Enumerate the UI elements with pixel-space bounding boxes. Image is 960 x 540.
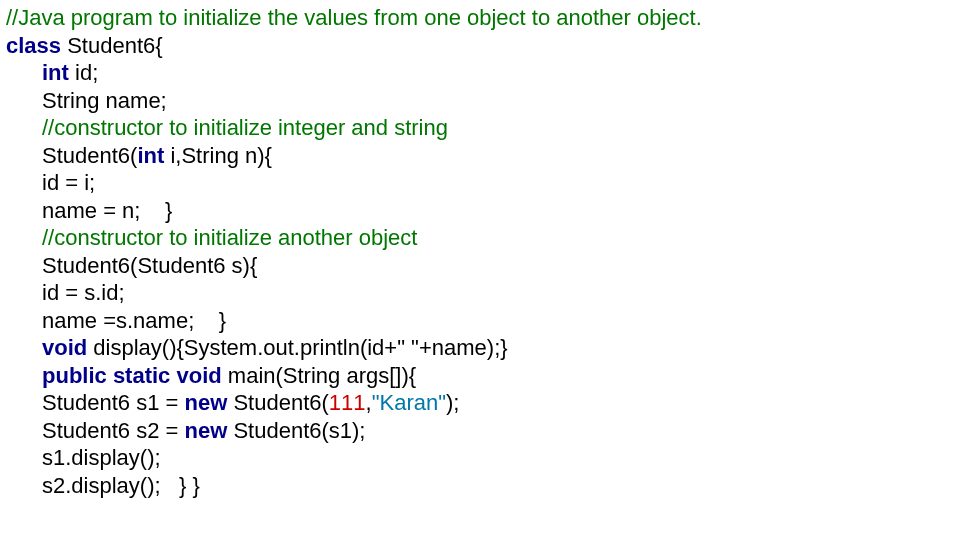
code-text: id = s.id;: [42, 280, 125, 305]
keyword-int: int: [137, 143, 164, 168]
keyword-void: void: [42, 335, 87, 360]
code-text: name = n; }: [42, 198, 172, 223]
code-text: Student6(s1);: [227, 418, 365, 443]
code-line-10: Student6(Student6 s){: [6, 252, 954, 280]
number-literal: 111: [329, 390, 366, 415]
code-line-12: name =s.name; }: [6, 307, 954, 335]
code-line-8: name = n; }: [6, 197, 954, 225]
code-text: String name;: [42, 88, 167, 113]
code-line-6: Student6(int i,String n){: [6, 142, 954, 170]
code-line-5: //constructor to initialize integer and …: [6, 114, 954, 142]
keyword-int: int: [42, 60, 69, 85]
code-line-17: s1.display();: [6, 444, 954, 472]
code-line-7: id = i;: [6, 169, 954, 197]
code-line-9: //constructor to initialize another obje…: [6, 224, 954, 252]
keyword-class: class: [6, 33, 61, 58]
code-block: //Java program to initialize the values …: [0, 0, 960, 503]
code-text: Student6{: [61, 33, 163, 58]
code-text: Student6 s2 =: [42, 418, 185, 443]
code-text: Student6(: [227, 390, 329, 415]
code-line-16: Student6 s2 = new Student6(s1);: [6, 417, 954, 445]
code-line-3: int id;: [6, 59, 954, 87]
code-line-11: id = s.id;: [6, 279, 954, 307]
comment-text: //constructor to initialize another obje…: [42, 225, 417, 250]
code-line-4: String name;: [6, 87, 954, 115]
keyword-new: new: [185, 418, 228, 443]
code-line-1: //Java program to initialize the values …: [6, 4, 954, 32]
comment-text: //Java program to initialize the values …: [6, 5, 702, 30]
code-text: s1.display();: [42, 445, 161, 470]
code-text: Student6 s1 =: [42, 390, 185, 415]
code-text: id = i;: [42, 170, 95, 195]
code-text: name =s.name; }: [42, 308, 226, 333]
keyword-public-static-void: public static void: [42, 363, 222, 388]
keyword-new: new: [185, 390, 228, 415]
code-line-13: void display(){System.out.println(id+" "…: [6, 334, 954, 362]
code-text: Student6(Student6 s){: [42, 253, 257, 278]
comment-text: //constructor to initialize integer and …: [42, 115, 448, 140]
code-text: display(){System.out.println(id+" "+name…: [87, 335, 507, 360]
code-text: s2.display(); } }: [42, 473, 200, 498]
string-literal: "Karan": [372, 390, 446, 415]
code-text: Student6(: [42, 143, 137, 168]
code-text: );: [446, 390, 459, 415]
code-line-2: class Student6{: [6, 32, 954, 60]
code-text: id;: [69, 60, 98, 85]
code-text: i,String n){: [164, 143, 272, 168]
code-line-14: public static void main(String args[]){: [6, 362, 954, 390]
code-text: main(String args[]){: [222, 363, 416, 388]
code-line-18: s2.display(); } }: [6, 472, 954, 500]
code-line-15: Student6 s1 = new Student6(111,"Karan");: [6, 389, 954, 417]
